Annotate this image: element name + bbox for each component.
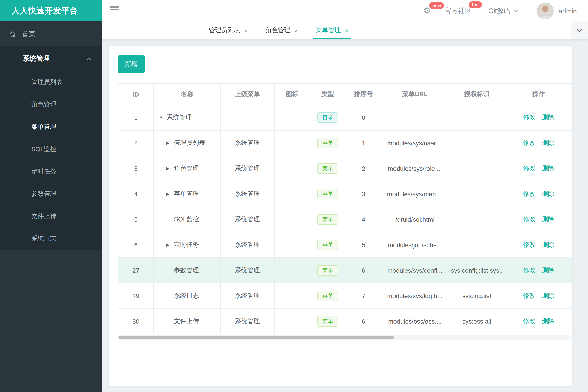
cell-id: 30 <box>119 309 154 334</box>
community-label: 官方社区 <box>444 6 471 14</box>
sidebar-item-sql-monitor[interactable]: SQL监控 <box>0 138 102 160</box>
sidebar-item-system-log[interactable]: 系统日志 <box>0 228 102 250</box>
table-row[interactable]: 27参数管理系统管理菜单6modules/sys/confi...sys:con… <box>119 258 572 284</box>
new-badge: new <box>429 2 444 9</box>
settings-menu[interactable]: ⚙ new <box>423 6 431 15</box>
sidebar-item-param-mgmt[interactable]: 参数管理 <box>0 183 102 205</box>
cell-parent-menu <box>221 105 275 130</box>
delete-link[interactable]: 删除 <box>542 114 554 122</box>
tree-expand-icon[interactable]: ▶ <box>166 192 174 196</box>
cell-order: 3 <box>346 182 382 207</box>
cell-type: 菜单 <box>310 258 346 284</box>
edit-link[interactable]: 修改 <box>523 241 535 249</box>
close-icon[interactable]: × <box>345 27 348 34</box>
header-right-cluster: ⚙ new 官方社区 hot Git源码 admin <box>423 0 588 22</box>
edit-link[interactable]: 修改 <box>523 216 535 224</box>
table-row[interactable]: 2▶管理员列表系统管理菜单1modules/sys/user....修改删除 <box>119 130 572 156</box>
tree-expand-icon[interactable]: ▶ <box>166 141 174 145</box>
cell-icon <box>274 232 310 258</box>
column-header-8: 操作 <box>505 84 572 105</box>
cell-actions: 修改删除 <box>505 156 572 182</box>
git-source-label: Git源码 <box>488 6 510 15</box>
community-link[interactable]: 官方社区 hot <box>444 6 471 15</box>
close-icon[interactable]: × <box>294 27 298 34</box>
tree-expand-icon[interactable]: ▶ <box>166 243 174 247</box>
menu-table: ID名称上级菜单图标类型排序号菜单URL授权标识操作 1▼系统管理目录0修改删除… <box>118 83 572 334</box>
tab-role-mgmt[interactable]: 角色管理× <box>263 22 300 39</box>
sidebar-item-home[interactable]: 首页 <box>0 22 102 46</box>
cell-name: 参数管理 <box>154 258 221 284</box>
edit-link[interactable]: 修改 <box>523 317 535 326</box>
table-body: 1▼系统管理目录0修改删除2▶管理员列表系统管理菜单1modules/sys/u… <box>119 105 572 334</box>
cell-menu-url: modules/sys/confi... <box>382 258 449 284</box>
type-badge: 菜单 <box>317 138 338 148</box>
top-header: 人人快速开发平台 ⚙ new 官方社区 hot Git源码 <box>0 0 588 22</box>
table-row[interactable]: 3▶角色管理系统管理菜单2modules/sys/role....修改删除 <box>119 156 572 182</box>
tabs-container: 管理员列表×角色管理×菜单管理× <box>102 22 588 39</box>
tab-menu-mgmt[interactable]: 菜单管理× <box>313 22 351 39</box>
edit-link[interactable]: 修改 <box>523 164 535 172</box>
cell-menu-url: modules/sys/role.... <box>382 156 449 182</box>
horizontal-scrollbar-thumb[interactable] <box>119 336 394 339</box>
sidebar-item-menu-mgmt[interactable]: 菜单管理 <box>0 116 102 138</box>
delete-link[interactable]: 删除 <box>542 266 554 274</box>
git-source-dropdown[interactable]: Git源码 <box>488 6 518 15</box>
cell-perms <box>449 156 505 182</box>
delete-link[interactable]: 删除 <box>542 190 554 198</box>
sidebar-item-admin-list[interactable]: 管理员列表 <box>0 71 102 94</box>
cell-order: 6 <box>346 258 382 284</box>
table-row[interactable]: 29系统日志系统管理菜单7modules/sys/log.h...sys:log… <box>119 284 572 309</box>
cell-actions: 修改删除 <box>505 130 572 156</box>
cell-order: 5 <box>346 232 382 258</box>
horizontal-scrollbar-track[interactable] <box>118 335 571 340</box>
delete-link[interactable]: 删除 <box>542 139 554 147</box>
chevron-down-icon <box>576 28 583 33</box>
type-badge: 目录 <box>317 112 338 123</box>
tab-admin-list[interactable]: 管理员列表× <box>206 22 250 39</box>
menu-name-label: 管理员列表 <box>174 139 205 147</box>
delete-link[interactable]: 删除 <box>542 292 554 300</box>
cell-parent-menu: 系统管理 <box>221 207 275 232</box>
brand-logo[interactable]: 人人快速开发平台 <box>0 0 102 22</box>
cell-type: 菜单 <box>310 156 346 182</box>
cell-actions: 修改删除 <box>505 309 572 334</box>
delete-link[interactable]: 删除 <box>542 317 554 326</box>
type-badge: 菜单 <box>317 214 338 225</box>
delete-link[interactable]: 删除 <box>542 241 554 249</box>
cell-id: 6 <box>119 232 154 258</box>
cell-perms <box>449 207 505 232</box>
cell-name: ▶角色管理 <box>154 156 221 182</box>
delete-link[interactable]: 删除 <box>542 216 554 224</box>
cell-order: 4 <box>346 207 382 232</box>
cell-name: 系统日志 <box>154 284 221 309</box>
avatar[interactable] <box>537 2 553 19</box>
close-icon[interactable]: × <box>244 27 248 34</box>
cell-perms <box>449 232 505 258</box>
tree-collapse-icon[interactable]: ▼ <box>159 115 167 120</box>
table-row[interactable]: 4▶菜单管理系统管理菜单3modules/sys/men....修改删除 <box>119 182 572 207</box>
tree-expand-icon[interactable]: ▶ <box>166 166 174 171</box>
sidebar-toggle-icon[interactable] <box>110 6 119 15</box>
table-row[interactable]: 6▶定时任务系统管理菜单5modules/job/sche...修改删除 <box>119 232 572 258</box>
menu-name-label: 菜单管理 <box>174 190 199 198</box>
table-row[interactable]: 30文件上传系统管理菜单6modules/oss/oss....sys:oss:… <box>119 309 572 334</box>
sidebar-item-file-upload[interactable]: 文件上传 <box>0 205 102 228</box>
cell-parent-menu: 系统管理 <box>221 156 275 182</box>
sidebar-item-role-mgmt[interactable]: 角色管理 <box>0 94 102 116</box>
sidebar-group-header[interactable]: 系统管理 <box>0 46 102 71</box>
edit-link[interactable]: 修改 <box>523 266 535 274</box>
edit-link[interactable]: 修改 <box>523 114 535 122</box>
delete-link[interactable]: 删除 <box>542 164 554 172</box>
column-header-4: 类型 <box>310 84 346 105</box>
edit-link[interactable]: 修改 <box>523 190 535 198</box>
tabs-overflow-button[interactable] <box>570 22 588 39</box>
cell-id: 29 <box>119 284 154 309</box>
add-button[interactable]: 新增 <box>118 56 145 73</box>
cell-id: 1 <box>119 105 154 130</box>
username-dropdown[interactable]: admin <box>558 7 577 14</box>
sidebar-item-scheduled-tasks[interactable]: 定时任务 <box>0 160 102 183</box>
edit-link[interactable]: 修改 <box>523 292 535 300</box>
table-row[interactable]: 1▼系统管理目录0修改删除 <box>119 105 572 130</box>
edit-link[interactable]: 修改 <box>523 139 535 147</box>
table-row[interactable]: 5SQL监控系统管理菜单4/druid/sql.html修改删除 <box>119 207 572 232</box>
